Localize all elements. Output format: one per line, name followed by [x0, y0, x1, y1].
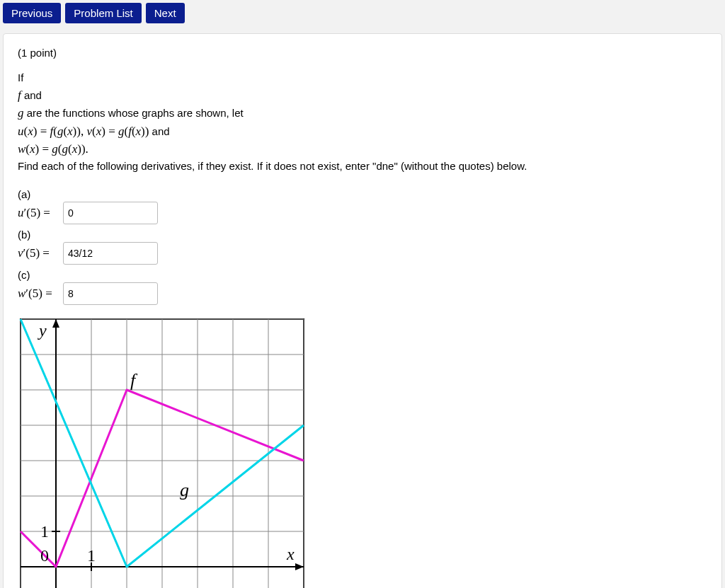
definitions-line: u(x) = f(g(x)), v(x) = g(f(x)) [18, 125, 149, 138]
functions-graph: 011xyfg [18, 316, 307, 588]
svg-text:1: 1 [40, 522, 49, 541]
part-a-letter: (a) [18, 188, 707, 200]
part-a-input[interactable] [63, 202, 158, 224]
part-c-input[interactable] [63, 282, 158, 305]
part-b-lhs: v′(5) = [18, 246, 57, 260]
problem-card: (1 point) If f and g are the functions w… [3, 33, 722, 588]
points-label: (1 point) [18, 47, 707, 59]
part-a-lhs: u′(5) = [18, 206, 57, 220]
previous-button[interactable]: Previous [3, 3, 61, 23]
svg-marker-21 [295, 563, 304, 570]
svg-text:0: 0 [40, 546, 49, 565]
problem-list-button[interactable]: Problem List [65, 3, 141, 23]
part-c-letter: (c) [18, 269, 707, 281]
text-g-are: are the functions whose graphs are shown… [24, 107, 244, 119]
g-symbol: g [18, 106, 24, 120]
svg-text:x: x [286, 545, 295, 563]
instructions-text: Find each of the following derivatives, … [18, 158, 707, 175]
part-b-letter: (b) [18, 229, 707, 241]
svg-text:f: f [130, 370, 138, 391]
text-if: If [18, 71, 23, 83]
svg-marker-22 [52, 319, 59, 328]
text-f-and: and [21, 89, 42, 101]
w-definition: w(x) = g(g(x)). [18, 142, 89, 156]
part-b-input[interactable] [63, 242, 158, 265]
problem-statement: If f and g are the functions whose graph… [18, 70, 707, 174]
svg-text:g: g [180, 480, 189, 500]
part-c-lhs: w′(5) = [18, 287, 57, 301]
graph-container: 011xyfg [18, 316, 707, 588]
next-button[interactable]: Next [146, 3, 185, 23]
svg-text:y: y [38, 321, 47, 340]
svg-text:1: 1 [87, 546, 96, 565]
text-and: and [149, 125, 169, 137]
